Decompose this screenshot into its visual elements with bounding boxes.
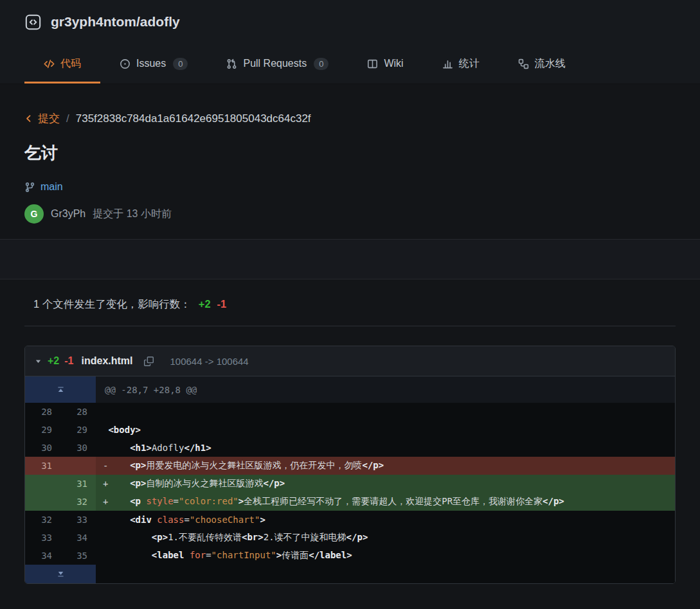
breadcrumb: 提交 / 735f2838c784da1a61642e6951805043dc6… [0, 84, 700, 126]
hunk-header-row: @@ -28,7 +28,8 @@ [25, 376, 675, 403]
new-line-number[interactable]: 31 [60, 475, 96, 493]
code-cell: <h1>Adofly</h1> [96, 439, 675, 457]
breadcrumb-back-link[interactable]: 提交 [24, 111, 60, 126]
expand-up-button[interactable] [25, 376, 96, 403]
code-cell: <label for="chartInput">传谱面</label> [96, 547, 675, 565]
old-line-number[interactable]: 30 [25, 439, 60, 457]
branch-link[interactable]: main [40, 181, 63, 193]
avatar[interactable]: G [24, 204, 44, 224]
commit-author-row: G Gr3yPh 提交于 13 小时前 [24, 204, 676, 224]
old-line-number[interactable] [25, 475, 60, 493]
diff-line-context: 34 35 <label for="chartInput">传谱面</label… [25, 547, 675, 565]
diff-line-context: 32 33 <div class="chooseChart"> [25, 511, 675, 529]
diff-table: @@ -28,7 +28,8 @@ 28 28 29 29 <body> 30 … [25, 376, 675, 583]
new-line-number[interactable]: 29 [60, 421, 96, 439]
commit-title: 乞讨 [24, 143, 676, 163]
commit-meta: 提交于 13 小时前 [93, 207, 172, 221]
diff-line-added: 32 + <p style="color:red">全栈工程师已经写不动了，需要… [25, 493, 675, 511]
diff-marker [103, 515, 108, 525]
tab-pull-requests[interactable]: Pull Requests 0 [207, 44, 348, 84]
bar-chart-icon [442, 58, 453, 69]
app-header: gr3yph4ntom/adofly 代码 Issues 0 Pull Requ… [0, 0, 700, 84]
new-line-number[interactable]: 28 [60, 403, 96, 421]
tab-label: Wiki [384, 58, 403, 69]
pull-requests-count-badge: 0 [314, 58, 328, 70]
tab-statistics[interactable]: 统计 [423, 44, 499, 84]
breadcrumb-back-label: 提交 [38, 111, 60, 126]
diff-file-header: +2 -1 index.html 100644 -> 100644 [25, 346, 675, 376]
hunk-header: @@ -28,7 +28,8 @@ [96, 376, 675, 403]
new-line-number[interactable]: 30 [60, 439, 96, 457]
tab-issues[interactable]: Issues 0 [100, 44, 207, 84]
expand-up-icon [57, 386, 64, 393]
chevron-left-icon [24, 114, 33, 123]
new-line-number[interactable]: 34 [60, 529, 96, 547]
branch-row: main [24, 181, 676, 193]
code-cell: <div class="chooseChart"> [96, 511, 675, 529]
pull-request-icon [226, 58, 237, 69]
section-divider [24, 326, 676, 326]
expand-down-icon [57, 570, 64, 578]
diff-marker: + [103, 497, 108, 507]
issues-count-badge: 0 [173, 58, 188, 70]
git-branch-icon [24, 182, 35, 193]
old-line-number[interactable]: 33 [25, 529, 60, 547]
commit-hash: 735f2838c784da1a61642e6951805043dc64c32f [76, 112, 311, 125]
tab-pipelines[interactable]: 流水线 [499, 44, 585, 84]
code-icon [44, 58, 55, 69]
repo-icon [24, 13, 42, 31]
repo-name[interactable]: gr3yph4ntom/adofly [51, 14, 180, 30]
author-name-link[interactable]: Gr3yPh [51, 208, 85, 220]
diff-line-context: 30 30 <h1>Adofly</h1> [25, 439, 675, 457]
diff-marker [103, 443, 108, 453]
copy-file-name-button[interactable] [144, 357, 154, 366]
code-cell [96, 403, 675, 421]
diff-marker: - [103, 461, 108, 471]
commit-actions-band [0, 239, 700, 279]
old-line-number[interactable]: 32 [25, 511, 60, 529]
new-line-number[interactable]: 32 [60, 493, 96, 511]
collapse-caret-icon[interactable] [34, 357, 42, 366]
diff-marker [103, 425, 108, 435]
file-deletions: -1 [64, 355, 73, 367]
diff-line-context: 29 29 <body> [25, 421, 675, 439]
wiki-book-icon [367, 58, 378, 69]
diff-marker [103, 533, 108, 543]
repo-tabs: 代码 Issues 0 Pull Requests 0 Wiki [0, 44, 700, 84]
diff-file-box: +2 -1 index.html 100644 -> 100644 @@ -28… [24, 346, 676, 584]
diff-line-added: 31 + <p>自制的冰与火之舞社区版游戏</p> [25, 475, 675, 493]
code-cell: - <p>用爱发电的冰与火之舞社区版游戏，仍在开发中，勿喷</p> [96, 457, 675, 475]
pipeline-icon [518, 58, 529, 69]
old-line-number[interactable]: 34 [25, 547, 60, 565]
file-additions: +2 [48, 355, 59, 367]
commit-page: 提交 / 735f2838c784da1a61642e6951805043dc6… [0, 84, 700, 584]
new-line-number[interactable] [60, 457, 96, 475]
diff-line-context: 33 34 <p>1.不要乱传特效谱<br>2.读不了中旋和电梯</p> [25, 529, 675, 547]
tab-wiki[interactable]: Wiki [348, 44, 422, 84]
empty-code-cell [96, 565, 675, 583]
new-line-number[interactable]: 33 [60, 511, 96, 529]
expand-down-row [25, 565, 675, 583]
old-line-number[interactable] [25, 493, 60, 511]
new-line-number[interactable]: 35 [60, 547, 96, 565]
breadcrumb-separator: / [66, 112, 69, 125]
diffstat-deletions: -1 [217, 298, 227, 310]
diff-marker: + [103, 479, 108, 489]
old-line-number[interactable]: 31 [25, 457, 60, 475]
expand-down-button[interactable] [25, 565, 96, 583]
file-name-link[interactable]: index.html [81, 355, 132, 367]
code-cell: + <p style="color:red">全栈工程师已经写不动了，需要请超人… [96, 493, 675, 511]
tab-label: Issues [136, 58, 166, 69]
issue-icon [120, 58, 130, 69]
diff-line-deleted: 31 - <p>用爱发电的冰与火之舞社区版游戏，仍在开发中，勿喷</p> [25, 457, 675, 475]
repo-title-row: gr3yph4ntom/adofly [0, 0, 700, 44]
diff-line-context: 28 28 [25, 403, 675, 421]
tab-code[interactable]: 代码 [24, 44, 100, 84]
tab-label: 统计 [459, 57, 480, 71]
old-line-number[interactable]: 29 [25, 421, 60, 439]
old-line-number[interactable]: 28 [25, 403, 60, 421]
code-cell: + <p>自制的冰与火之舞社区版游戏</p> [96, 475, 675, 493]
diffstat-summary: 1 个文件发生了变化，影响行数： +2 -1 [24, 297, 676, 312]
diff-marker [103, 551, 108, 561]
file-mode-change: 100644 -> 100644 [170, 356, 249, 367]
